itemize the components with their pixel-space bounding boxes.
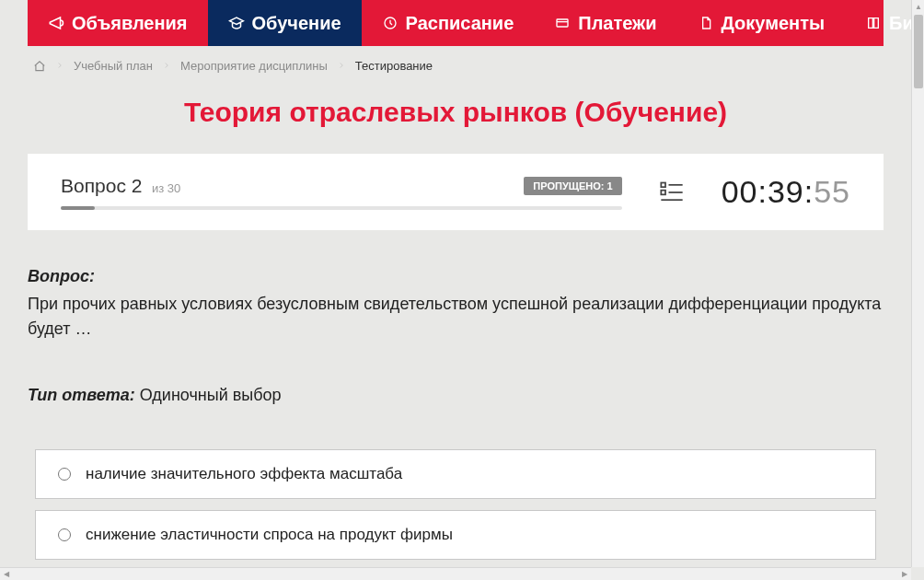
breadcrumb-current: Тестирование [355, 59, 433, 73]
nav-item-documents[interactable]: Документы [677, 0, 845, 46]
chevron-right-icon [162, 59, 171, 73]
answer-type: Тип ответа: Одиночный выбор [28, 386, 884, 405]
breadcrumb-item[interactable]: Учебный план [74, 59, 153, 73]
question-content: Вопрос: При прочих равных условиях безус… [28, 267, 884, 405]
answers-list: наличие значительного эффекта масштаба с… [28, 449, 884, 567]
progress-bar [61, 206, 622, 210]
question-text: При прочих равных условиях безусловным с… [28, 292, 884, 342]
nav-label: Обучение [252, 13, 341, 34]
card-icon [554, 15, 571, 31]
radio-input[interactable] [58, 468, 71, 481]
chevron-right-icon [55, 59, 64, 73]
question-list-icon[interactable] [659, 180, 685, 205]
scroll-up-icon[interactable]: ▲ [912, 0, 924, 13]
scroll-left-icon[interactable]: ◀ [0, 568, 13, 581]
nav-item-library[interactable]: Библиотека [845, 0, 911, 46]
home-icon[interactable] [33, 60, 46, 73]
graduation-icon [228, 15, 245, 31]
timer: 00:39:55 [722, 174, 850, 210]
page-title: Теория отраслевых рынков (Обучение) [0, 97, 911, 128]
svg-rect-2 [661, 182, 665, 187]
nav-label: Платежи [578, 13, 656, 34]
answer-text: наличие значительного эффекта масштаба [86, 465, 402, 483]
nav-item-payments[interactable]: Платежи [534, 0, 676, 46]
question-label: Вопрос 2 [61, 175, 142, 196]
main-nav: Объявления Обучение Расписание Платежи Д… [28, 0, 884, 46]
answer-option[interactable]: наличие значительного эффекта масштаба [35, 449, 876, 499]
chevron-right-icon [337, 59, 346, 73]
nav-label: Расписание [406, 13, 514, 34]
answer-text: снижение эластичности спроса на продукт … [86, 526, 453, 544]
svg-rect-1 [557, 19, 568, 27]
nav-item-announcements[interactable]: Объявления [28, 0, 208, 46]
radio-input[interactable] [58, 528, 71, 541]
book-icon [865, 15, 882, 31]
nav-label: Документы [722, 13, 825, 34]
clock-icon [382, 15, 398, 31]
breadcrumb: Учебный план Мероприятие дисциплины Тест… [0, 46, 911, 86]
nav-item-schedule[interactable]: Расписание [362, 0, 535, 46]
scroll-thumb[interactable] [914, 15, 923, 88]
nav-label: Библиотека [889, 13, 911, 34]
megaphone-icon [48, 15, 64, 31]
answer-option[interactable]: снижение эластичности спроса на продукт … [35, 510, 876, 560]
horizontal-scrollbar[interactable]: ◀ ▶ [0, 567, 911, 580]
nav-item-training[interactable]: Обучение [208, 0, 362, 46]
svg-rect-4 [661, 190, 665, 194]
question-label-text: Вопрос: [28, 267, 95, 285]
doc-icon [698, 15, 714, 31]
skipped-badge: ПРОПУЩЕНО: 1 [524, 177, 621, 195]
scroll-right-icon[interactable]: ▶ [898, 568, 911, 581]
vertical-scrollbar[interactable]: ▲ [911, 0, 924, 567]
breadcrumb-item[interactable]: Мероприятие дисциплины [180, 59, 328, 73]
nav-label: Объявления [72, 13, 188, 34]
question-total: из 30 [152, 181, 180, 195]
quiz-header: Вопрос 2 из 30 ПРОПУЩЕНО: 1 00:39:55 [28, 154, 884, 230]
